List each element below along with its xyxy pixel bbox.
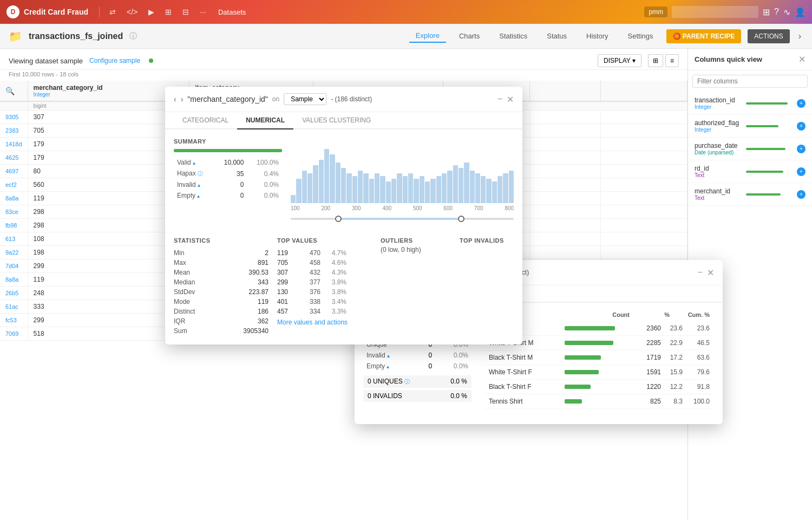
merchant-range-slider[interactable] <box>291 218 514 229</box>
cat-row-bar <box>565 399 582 404</box>
row-index: 8a8a <box>0 273 28 287</box>
cat-row-pct: 23.6 <box>661 324 683 332</box>
top-val-1: 7054584.6% <box>277 258 372 268</box>
nav-code-btn[interactable]: </> <box>123 5 141 18</box>
col-bar-container <box>746 148 793 150</box>
col-header-extra3[interactable] <box>530 81 600 101</box>
help-icon[interactable]: ? <box>774 7 779 17</box>
tshirt-cat-row: Tennis Shirt 825 8.3 100.0 <box>484 394 714 409</box>
row-date <box>530 232 600 246</box>
tab-statistics[interactable]: Statistics <box>493 30 534 42</box>
display-button[interactable]: DISPLAY ▾ <box>598 54 641 67</box>
tshirt-modal-minimize[interactable]: − <box>698 268 703 277</box>
col-action-btn[interactable]: + <box>797 190 806 199</box>
merchant-modal-minimize[interactable]: − <box>497 94 502 104</box>
row-index: 1418d <box>0 138 28 151</box>
actions-button[interactable]: ACTIONS <box>748 29 789 43</box>
cat-row-label: Black T-Shirt F <box>489 383 565 391</box>
merchant-modal-close[interactable]: ✕ <box>507 94 514 105</box>
pct-header: % <box>643 311 670 318</box>
tshirt-modal-close[interactable]: ✕ <box>707 268 714 278</box>
chart-bar <box>386 181 391 203</box>
chart-bar <box>475 173 480 203</box>
tab-history[interactable]: History <box>580 30 614 42</box>
parent-recipe-button[interactable]: ⭕ PARENT RECIPE <box>666 29 742 43</box>
cat-row-count: 825 <box>634 398 661 405</box>
dataset-header: Viewing dataset sample Configure sample … <box>0 49 687 70</box>
cat-row-pct: 15.9 <box>661 368 683 376</box>
row-date <box>530 246 600 259</box>
nav-search-input[interactable] <box>672 6 758 18</box>
tshirt-invalids-row: 0 INVALIDS 0.0 % <box>363 390 472 402</box>
close-columns-panel[interactable]: ✕ <box>798 54 806 64</box>
outliers-value: (0 low, 0 high) <box>381 246 451 253</box>
col-action-btn[interactable]: + <box>797 145 806 153</box>
col-actions: + <box>797 167 806 176</box>
tab-settings[interactable]: Settings <box>621 30 660 42</box>
row-date <box>530 151 600 165</box>
col-filter-input[interactable] <box>692 75 808 88</box>
merchant-tab-categorical[interactable]: CATEGORICAL <box>174 112 237 129</box>
tshirt-uniques-label: 0 UNIQUES ⓘ <box>368 378 410 386</box>
cat-row-count: 1591 <box>634 368 661 376</box>
activity-icon[interactable]: ∿ <box>783 7 790 17</box>
nav-back-arrow[interactable]: › <box>796 29 803 43</box>
col-bar <box>746 148 786 150</box>
row-index: 9305 <box>0 110 28 124</box>
modal-next-btn[interactable]: › <box>181 95 184 103</box>
tshirt-uniques-row: 0 UNIQUES ⓘ 0.0 % <box>363 375 472 388</box>
tab-status[interactable]: Status <box>540 30 573 42</box>
sample-dot <box>149 58 153 63</box>
merchant-modal-lower: STATISTICS Min2 Max891 Mean390.53 Median… <box>165 237 522 344</box>
configure-sample-link[interactable]: Configure sample <box>89 57 140 64</box>
merchant-tab-values-clustering[interactable]: VALUES CLUSTERING <box>293 112 379 129</box>
chart-bar <box>486 179 491 203</box>
chart-bar <box>319 160 324 203</box>
row-date <box>530 138 600 151</box>
cat-row-bar-container <box>565 355 634 360</box>
list-view-btn[interactable]: ≡ <box>665 54 679 67</box>
tab-explore[interactable]: Explore <box>409 29 446 43</box>
col-list-item: transaction_id Integer + <box>688 92 812 115</box>
columns-panel-title: Columns quick view <box>695 55 762 63</box>
col-action-btn[interactable]: + <box>797 99 806 108</box>
top-invalids-col: TOP INVALIDS <box>460 237 514 336</box>
chart-bar <box>369 179 374 203</box>
cat-row-bar <box>565 355 601 360</box>
rows-info: First 10,000 rows - 18 cols <box>0 70 687 81</box>
more-values-link[interactable]: More values and actions <box>277 318 372 326</box>
nav-share-btn[interactable]: ⇄ <box>106 5 119 18</box>
stat-min: Min2 <box>174 248 269 258</box>
col-item-name: rd_id <box>695 165 742 172</box>
user-icon[interactable]: 👤 <box>795 7 806 17</box>
grid-icon[interactable]: ⊞ <box>763 7 770 17</box>
col-action-btn[interactable]: + <box>797 122 806 131</box>
col-action-btn[interactable]: + <box>797 167 806 176</box>
merchant-tab-numerical[interactable]: NUMERICAL <box>237 112 293 129</box>
nav-run-btn[interactable]: ▶ <box>145 5 158 18</box>
nav-table-btn[interactable]: ⊟ <box>179 5 192 18</box>
cat-row-count: 1719 <box>634 354 661 361</box>
row-date <box>530 178 600 192</box>
stat-distinct: Distinct186 <box>174 307 269 316</box>
range-handle-right[interactable] <box>458 216 464 222</box>
row-index: 9a22 <box>0 246 28 259</box>
col-header-extra4[interactable] <box>600 81 687 101</box>
tshirt-uniques-pct: 0.0 % <box>450 378 467 386</box>
range-handle-left[interactable] <box>335 216 342 222</box>
cat-row-label: Black T-Shirt M <box>489 354 565 361</box>
nav-grid-btn[interactable]: ⊞ <box>162 5 175 18</box>
row-date <box>530 110 600 124</box>
empty-label: Empty ▴ <box>175 191 214 200</box>
nav-more-btn[interactable]: ··· <box>197 5 209 18</box>
tab-charts[interactable]: Charts <box>453 30 486 42</box>
top-val-6: 4573343.3% <box>277 307 372 316</box>
tshirt-empty-value: 0 <box>402 361 434 371</box>
grid-view-btn[interactable]: ⊞ <box>648 54 663 67</box>
count-header: Count <box>603 311 630 318</box>
dataset-info-icon[interactable]: ⓘ <box>129 31 137 41</box>
modal-prev-btn[interactable]: ‹ <box>174 95 176 103</box>
merchant-modal-sample-select[interactable]: Sample <box>284 93 326 105</box>
cat-row-pct: 12.2 <box>661 383 683 391</box>
statistics-title: STATISTICS <box>174 237 269 244</box>
